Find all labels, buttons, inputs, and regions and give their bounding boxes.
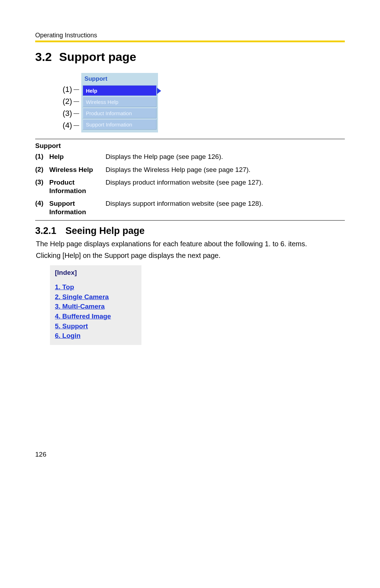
callout-label: (1)	[63, 85, 72, 94]
menu-item-label: Product Information	[86, 110, 132, 116]
menu-item-label: Wireless Help	[86, 99, 119, 105]
callout-1: (1)	[63, 83, 79, 95]
table-title: Support	[35, 142, 345, 150]
index-link-top[interactable]: 1. Top	[55, 282, 74, 292]
reference-table: Support (1) Help Displays the Help page …	[35, 142, 345, 216]
row-number: (4)	[35, 199, 49, 207]
index-link-multi-camera[interactable]: 3. Multi-Camera	[55, 302, 104, 311]
row-desc: Displays product information website (se…	[106, 178, 345, 187]
row-term: Help	[49, 153, 106, 161]
row-number: (2)	[35, 166, 49, 173]
index-link-single-camera[interactable]: 2. Single Camera	[55, 292, 109, 302]
index-link-support[interactable]: 5. Support	[55, 321, 88, 331]
document-page: Operating Instructions 3.2Support page (…	[0, 0, 380, 479]
row-term: Product Information	[49, 178, 106, 195]
menu-title: Support	[82, 74, 157, 85]
row-number: (3)	[35, 178, 49, 186]
callout-label: (2)	[63, 97, 72, 106]
subsection-number: 3.2.1	[35, 225, 65, 236]
section-title-text: Support page	[59, 50, 136, 63]
body-paragraph: The Help page displays explanations for …	[35, 239, 345, 249]
menu-item-wireless-help[interactable]: Wireless Help	[83, 97, 157, 107]
subsection-title-text: Seeing Help page	[65, 225, 145, 236]
callout-tick	[74, 113, 79, 114]
menu-item-label: Help	[86, 88, 97, 94]
index-link-buffered-image[interactable]: 4. Buffered Image	[55, 311, 111, 321]
menu-item-help[interactable]: Help	[83, 85, 157, 96]
page-number: 126	[35, 451, 345, 458]
row-desc: Displays the Help page (see page 126).	[106, 153, 345, 161]
support-menu-panel: Support Help Wireless Help Product Infor…	[81, 73, 158, 132]
row-term: Support Information	[49, 199, 106, 216]
callout-label: (3)	[63, 109, 72, 118]
body-paragraph: Clicking [Help] on the Support page disp…	[35, 251, 345, 260]
support-menu-figure: (1) (2) (3) (4) Support Help Wireless He…	[63, 73, 345, 132]
row-desc: Displays the Wireless Help page (see pag…	[106, 166, 345, 174]
callout-tick	[74, 89, 79, 90]
index-link-login[interactable]: 6. Login	[55, 331, 81, 341]
play-arrow-icon	[157, 88, 161, 94]
menu-item-product-information[interactable]: Product Information	[83, 108, 157, 118]
help-index-panel: [Index] 1. Top 2. Single Camera 3. Multi…	[50, 265, 141, 345]
menu-item-label: Support Information	[86, 122, 132, 128]
header-rule	[35, 41, 345, 42]
callout-2: (2)	[63, 95, 79, 107]
table-row: (3) Product Information Displays product…	[35, 178, 345, 195]
menu-item-support-information[interactable]: Support Information	[83, 119, 157, 130]
table-row: (1) Help Displays the Help page (see pag…	[35, 153, 345, 161]
subsection-heading: 3.2.1Seeing Help page	[35, 225, 345, 236]
rule	[35, 139, 345, 139]
callout-3: (3)	[63, 107, 79, 119]
callout-tick	[74, 125, 79, 126]
section-number: 3.2	[35, 50, 59, 64]
row-number: (1)	[35, 153, 49, 160]
table-row: (4) Support Information Displays support…	[35, 199, 345, 216]
row-desc: Displays support information website (se…	[106, 199, 345, 208]
callout-column: (1) (2) (3) (4)	[63, 83, 79, 131]
table-row: (2) Wireless Help Displays the Wireless …	[35, 166, 345, 174]
row-term: Wireless Help	[49, 166, 106, 174]
section-heading: 3.2Support page	[35, 50, 345, 64]
callout-4: (4)	[63, 119, 79, 131]
index-title: [Index]	[55, 269, 137, 277]
running-header: Operating Instructions	[35, 32, 345, 39]
callout-tick	[74, 101, 79, 102]
rule	[35, 220, 345, 221]
callout-label: (4)	[63, 121, 72, 130]
